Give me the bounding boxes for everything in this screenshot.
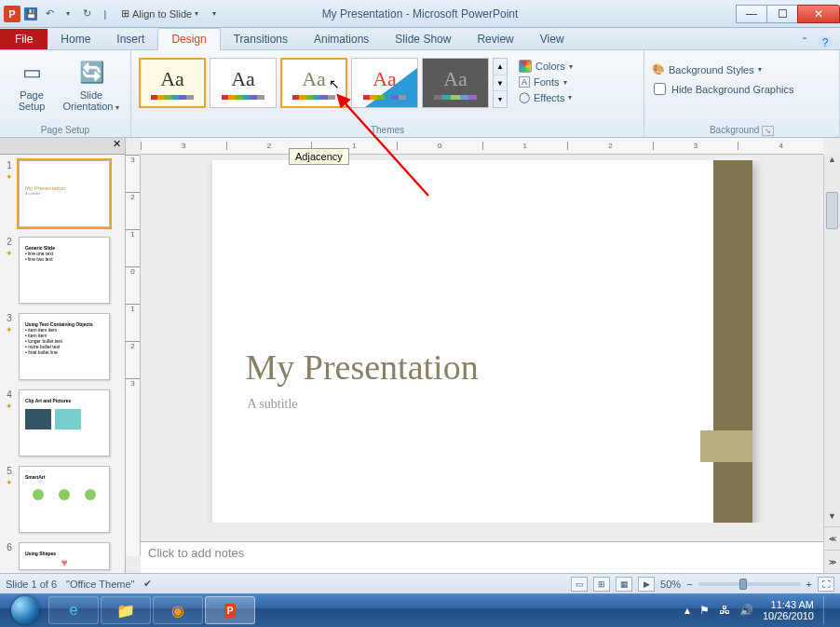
redo-button[interactable]: ↻ [78, 6, 95, 22]
tray-network-icon[interactable]: 🖧 [719, 604, 730, 617]
show-desktop-button[interactable] [823, 596, 831, 624]
notes-pane[interactable]: Click to add notes [141, 541, 823, 573]
bg-styles-label: Background Styles [669, 64, 754, 75]
normal-view-button[interactable]: ▭ [571, 577, 588, 592]
tab-insert[interactable]: Insert [103, 29, 157, 49]
thumbnail-6[interactable]: 6 Using Shapes♥ [4, 542, 121, 570]
slide-orientation-button[interactable]: 🔄 Slide Orientation ▾ [60, 54, 123, 113]
effects-button[interactable]: ◯Effects▾ [519, 89, 573, 105]
slide-canvas[interactable]: My Presentation A subtitle [212, 160, 752, 523]
tab-view[interactable]: View [527, 29, 577, 49]
theme-apex[interactable]: Aa [422, 58, 489, 108]
theme-adjacency[interactable]: Aa ↖ [280, 58, 347, 108]
sorter-view-button[interactable]: ⊞ [593, 577, 610, 592]
thumbnail-3[interactable]: 3✦ Using Text-Containing Objects• item i… [4, 313, 121, 380]
slide-title[interactable]: My Presentation [246, 347, 479, 388]
ribbon-help: ˇ ? [797, 36, 840, 49]
align-label: Align to Slide [132, 8, 192, 20]
tray-flag-icon[interactable]: ⚑ [699, 604, 710, 617]
orientation-icon: 🔄 [76, 58, 106, 88]
zoom-slider[interactable] [698, 582, 801, 586]
save-button[interactable]: 💾 [22, 6, 39, 22]
tray-show-hidden[interactable]: ▴ [684, 604, 690, 617]
next-slide-button[interactable]: ≫ [824, 550, 840, 573]
background-styles-button[interactable]: 🎨Background Styles▾ [652, 61, 762, 77]
vertical-scrollbar[interactable]: ▲ ▼ [823, 155, 840, 526]
cursor-icon: ↖ [329, 76, 340, 91]
fonts-button[interactable]: AFonts▾ [519, 75, 573, 89]
fit-window-button[interactable]: ⛶ [818, 577, 834, 592]
tab-home[interactable]: Home [47, 29, 103, 49]
slide-canvas-area[interactable]: My Presentation A subtitle [148, 160, 816, 523]
start-button[interactable] [4, 595, 47, 625]
undo-dropdown[interactable]: ▾ [60, 6, 76, 22]
taskbar-media[interactable]: ◉ [153, 596, 203, 624]
zoom-knob[interactable] [739, 579, 747, 590]
slideshow-view-button[interactable]: ▶ [638, 577, 655, 592]
ribbon-tabs: File Home Insert Design Transitions Anim… [0, 28, 840, 50]
undo-button[interactable]: ↶ [41, 6, 58, 22]
theme-variant-2[interactable]: Aa [210, 58, 277, 108]
themes-scroll-up[interactable]: ▲ [494, 59, 507, 75]
prev-slide-button[interactable]: ≪ [824, 526, 840, 550]
themes-scroll-down[interactable]: ▼ [494, 75, 507, 92]
thumbnail-1[interactable]: 1✦ My PresentationA subtitle [4, 160, 121, 227]
thumbnails-close[interactable]: ✕ [0, 138, 125, 155]
status-bar: Slide 1 of 6 "Office Theme" ✔ ▭ ⊞ ▦ ▶ 50… [0, 573, 840, 593]
colors-icon [519, 60, 532, 73]
tab-file[interactable]: File [0, 29, 47, 49]
notes-placeholder: Click to add notes [148, 546, 244, 560]
qat-customize[interactable]: ▾ [206, 6, 223, 22]
theme-office[interactable]: Aa [139, 58, 206, 108]
taskbar-powerpoint[interactable]: P [205, 596, 255, 624]
horizontal-ruler[interactable]: 32101234 [141, 138, 823, 155]
minimize-button[interactable]: — [736, 5, 767, 23]
hide-bg-checkbox[interactable] [654, 83, 666, 95]
effects-label: Effects [534, 92, 564, 103]
app-icon[interactable]: P [4, 6, 20, 22]
scroll-thumb[interactable] [826, 192, 838, 229]
colors-button[interactable]: Colors▾ [519, 58, 573, 75]
status-spellcheck-icon[interactable]: ✔ [143, 578, 152, 590]
zoom-level[interactable]: 50% [660, 579, 681, 590]
taskbar-ie[interactable]: e [48, 596, 99, 624]
thumbnail-5[interactable]: 5✦ SmartArt [4, 466, 121, 533]
help-button[interactable]: ? [818, 36, 833, 49]
maximize-button[interactable]: ☐ [766, 5, 798, 23]
zoom-in-button[interactable]: + [806, 579, 812, 590]
page-setup-label: Page Setup [19, 89, 46, 112]
slide-subtitle[interactable]: A subtitle [248, 397, 298, 412]
tray-volume-icon[interactable]: 🔊 [739, 604, 753, 617]
tab-review[interactable]: Review [464, 29, 526, 49]
close-button[interactable]: ✕ [797, 5, 840, 23]
thumbnail-4[interactable]: 4✦ Clip Art and Pictures [4, 389, 121, 457]
scroll-down-button[interactable]: ▼ [824, 511, 840, 526]
animation-star-icon: ✦ [6, 172, 13, 182]
tray-clock[interactable]: 11:43 AM 10/26/2010 [763, 599, 814, 621]
theme-tooltip: Adjacency [289, 148, 349, 165]
hide-bg-graphics-checkbox[interactable]: Hide Background Graphics [652, 81, 793, 97]
tab-animations[interactable]: Animations [301, 29, 382, 49]
scroll-up-button[interactable]: ▲ [824, 155, 840, 170]
theme-stripe [713, 160, 752, 523]
tab-slideshow[interactable]: Slide Show [382, 29, 464, 49]
align-to-slide-button[interactable]: ⊞Align to Slide▾ [115, 7, 204, 20]
tab-design[interactable]: Design [157, 28, 220, 50]
thumbnail-2[interactable]: 2✦ Generic Slide• line one text• line tw… [4, 237, 121, 304]
hide-bg-label: Hide Background Graphics [671, 84, 793, 95]
page-setup-button[interactable]: ▭ Page Setup [7, 54, 56, 112]
themes-more-button[interactable]: ▾ [494, 91, 507, 107]
quick-access-toolbar: P 💾 ↶ ▾ ↻ | ⊞Align to Slide▾ ▾ [0, 6, 223, 22]
start-orb-icon [11, 596, 39, 624]
colors-label: Colors [535, 61, 565, 72]
minimize-ribbon-button[interactable]: ˇ [797, 36, 812, 49]
tab-transitions[interactable]: Transitions [221, 29, 301, 49]
group-themes: Aa Aa Aa ↖ Aa Aa ▲ ▼ ▾ [131, 50, 644, 137]
vertical-ruler[interactable]: 3210123 [126, 155, 141, 556]
group-background: 🎨Background Styles▾ Hide Background Grap… [644, 50, 840, 137]
bg-dialog-launcher[interactable]: ↘ [762, 126, 774, 136]
zoom-out-button[interactable]: − [686, 579, 692, 590]
taskbar-explorer[interactable]: 📁 [101, 596, 151, 624]
reading-view-button[interactable]: ▦ [616, 577, 632, 592]
theme-angles[interactable]: Aa [351, 58, 418, 108]
